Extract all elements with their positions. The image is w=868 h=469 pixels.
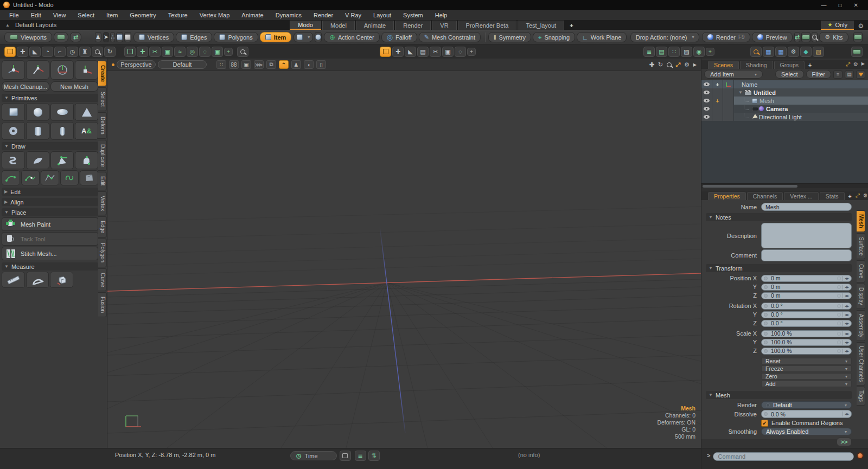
item-list-empty-area[interactable] xyxy=(701,121,868,183)
spinner-arrows[interactable]: ◂▸ xyxy=(843,331,850,336)
add-scene-tab-button[interactable]: + xyxy=(806,61,814,69)
viewport-preset-button[interactable] xyxy=(54,32,68,42)
green-panel-icon-2[interactable] xyxy=(853,32,863,42)
grid-dots-toggle-icon[interactable]: ∷ xyxy=(216,60,226,69)
camera-view-dropdown[interactable]: Perspective xyxy=(117,60,156,69)
mesh-cleanup-button[interactable]: Mesh Cleanup... xyxy=(2,81,49,92)
ghost-camera-icon[interactable]: ▣ xyxy=(162,47,173,57)
menu-vertex-map[interactable]: Vertex Map xyxy=(194,11,236,20)
text-tool-button[interactable]: A& xyxy=(75,122,98,140)
menu-animate[interactable]: Animate xyxy=(235,11,269,20)
transform-preset-4-button[interactable] xyxy=(75,60,98,80)
tab-fusion[interactable]: Fusion xyxy=(98,292,107,317)
tab-edge[interactable]: Edge xyxy=(98,216,107,237)
select-tool-icon[interactable]: ◣ xyxy=(29,47,41,57)
wireframe-toggle-icon[interactable]: ⋙ xyxy=(254,60,264,69)
render-button[interactable]: RenderF9 xyxy=(702,32,750,42)
menu-file[interactable]: File xyxy=(3,11,25,20)
spinner-arrows[interactable]: ◂▸ xyxy=(843,304,850,309)
ref-system-icon[interactable] xyxy=(315,32,322,42)
gl-overlay-toggle-icon[interactable]: ⌃ xyxy=(279,60,289,69)
measure-dimension-button[interactable] xyxy=(50,272,73,288)
menu-item[interactable]: Item xyxy=(100,11,124,20)
tab-stats[interactable]: Stats xyxy=(820,192,845,200)
spinner-arrows[interactable]: ◂▸ xyxy=(843,312,850,317)
scale-y-field[interactable]: 100.0 %◂▸ xyxy=(761,339,852,346)
menu-dynamics[interactable]: Dynamics xyxy=(270,11,308,20)
scene-panel-more-icon[interactable]: ▶ xyxy=(861,61,865,68)
checked-checkbox[interactable]: ✓ xyxy=(761,420,768,427)
primitive-ellipsoid-button[interactable] xyxy=(50,103,74,121)
ghost-cut-icon[interactable]: ✂ xyxy=(149,47,161,57)
spinner-arrows[interactable]: ◂▸ xyxy=(843,285,850,290)
primitive-torus-button[interactable] xyxy=(2,122,25,140)
image-view-icon[interactable]: ▨ xyxy=(681,47,692,57)
spinner-arrows[interactable]: ◂▸ xyxy=(843,293,850,298)
rotate-view-icon[interactable]: ↻ xyxy=(658,61,663,68)
primitive-capsule-button[interactable] xyxy=(50,122,74,140)
mesh-constraint-button[interactable]: ✎Mesh Constraint xyxy=(419,32,481,42)
tab-properties[interactable]: Properties xyxy=(708,192,746,200)
name-column-header[interactable]: Name xyxy=(734,80,868,88)
swap-viewports-button[interactable]: ⇄ xyxy=(70,32,81,42)
enable-command-regions-row[interactable]: ✓ Enable Command Regions xyxy=(761,420,843,427)
side-tab-curve[interactable]: Curve xyxy=(857,260,865,282)
shaded-cube-icon[interactable] xyxy=(116,32,123,42)
stitch-mesh-tool[interactable]: Stitch Mesh... xyxy=(2,247,98,260)
viewport-settings-gear-icon[interactable]: ⚙ xyxy=(684,61,690,68)
tab-scenes[interactable]: Scenes xyxy=(708,61,739,69)
layout-tab-animate[interactable]: Animate xyxy=(356,21,394,30)
tab-vertex-map[interactable]: Vertex ... xyxy=(784,192,818,200)
expand-panel-icon[interactable]: ⤢ xyxy=(846,61,850,68)
section-mesh[interactable]: ▼Mesh xyxy=(706,391,852,399)
menu-edit[interactable]: Edit xyxy=(25,11,47,20)
item-transform-tool-icon[interactable] xyxy=(4,47,16,57)
axis-column-header[interactable] xyxy=(723,80,734,88)
side-tab-user-channels[interactable]: User Channels xyxy=(857,342,865,386)
draw-patch-button[interactable] xyxy=(26,151,49,169)
menu-render[interactable]: Render xyxy=(308,11,339,20)
falloff-button[interactable]: ◎Falloff xyxy=(381,32,417,42)
mode-vertices-button[interactable]: Vertices xyxy=(133,32,174,42)
side-tab-display[interactable]: Display xyxy=(857,284,865,309)
move-tool-icon[interactable]: ✚ xyxy=(17,47,28,57)
new-mesh-button[interactable]: New Mesh xyxy=(50,81,98,92)
center-transform-tool-icon[interactable] xyxy=(380,47,391,57)
tab-vertex[interactable]: Vertex xyxy=(98,191,107,215)
copy-view-toggle-icon[interactable]: ⧉ xyxy=(266,60,276,69)
draw-helix-button[interactable] xyxy=(2,151,25,169)
visibility-toggle[interactable] xyxy=(701,105,712,113)
sliders-icon[interactable]: ⇅ xyxy=(368,451,380,461)
add-channel-cell[interactable]: + xyxy=(712,97,723,105)
spinner-arrows[interactable]: ◂▸ xyxy=(843,321,850,326)
section-align[interactable]: ▶Align xyxy=(2,198,98,206)
scrollbar-handle[interactable] xyxy=(703,185,797,188)
primitive-cylinder-button[interactable] xyxy=(26,122,49,140)
scene-panel-gear-icon[interactable]: ⚙ xyxy=(853,61,858,68)
center-add-tool-icon[interactable]: + xyxy=(467,48,476,56)
ghost-cube-icon[interactable] xyxy=(124,32,131,42)
measure-ruler-button[interactable] xyxy=(2,272,25,288)
section-draw[interactable]: ▼Draw xyxy=(2,142,98,150)
scene-item-untitled[interactable]: ▼ Untitled xyxy=(701,88,868,97)
quad-view-toggle-icon[interactable]: 88 xyxy=(229,60,239,69)
expand-panel-icon[interactable]: ⤢ xyxy=(856,192,860,199)
dissolve-field[interactable]: 0.0 %◂▸ xyxy=(761,410,852,418)
ghost-move-icon[interactable]: ✚ xyxy=(137,47,148,57)
refresh-tool-icon[interactable]: ↻ xyxy=(104,47,116,57)
tab-edit[interactable]: Edit xyxy=(98,172,107,190)
properties-gear-icon[interactable]: ⚙ xyxy=(863,192,868,199)
center-cut-tool-icon[interactable]: ✂ xyxy=(430,47,441,57)
more-options-button[interactable]: >> xyxy=(837,438,852,446)
scene-item-camera[interactable]: Camera xyxy=(701,105,868,113)
render-dropdown[interactable]: Default▾ xyxy=(761,401,852,409)
expand-triangle-icon[interactable]: ▼ xyxy=(738,90,743,95)
visibility-toggle[interactable] xyxy=(701,113,712,121)
mode-extra-button[interactable]: ▾ xyxy=(293,32,313,42)
rotation-z-field[interactable]: 0.0 °◂▸ xyxy=(761,320,852,327)
list-options-icon[interactable]: ≡ xyxy=(833,70,843,79)
position-y-field[interactable]: 0 m◂▸ xyxy=(761,284,852,291)
spinner-arrows[interactable]: ◂▸ xyxy=(843,412,850,416)
transform-preset-3-button[interactable] xyxy=(50,60,74,80)
section-place[interactable]: ▼Place xyxy=(2,208,98,216)
